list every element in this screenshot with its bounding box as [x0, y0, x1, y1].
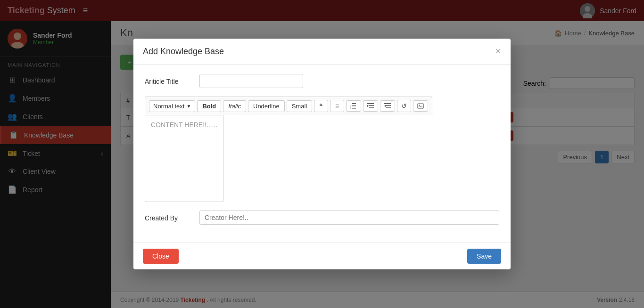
indent-icon-btn[interactable] — [363, 100, 378, 112]
unordered-list-icon-btn[interactable]: ≡ — [330, 100, 344, 112]
rte-toolbar: Normal text ▼ Bold Italic Underline Smal… — [145, 97, 432, 115]
bold-button[interactable]: Bold — [197, 100, 221, 112]
modal-header: Add Knowledge Base × — [133, 39, 511, 65]
svg-rect-1 — [352, 105, 356, 106]
ordered-list-icon-btn[interactable]: 123 — [346, 100, 361, 112]
small-button[interactable]: Small — [287, 100, 313, 112]
article-title-group: Ariticle Title — [145, 74, 499, 88]
underline-button[interactable]: Underline — [248, 100, 285, 112]
created-by-input[interactable] — [199, 211, 499, 225]
blockquote-icon-btn[interactable]: ❝ — [314, 100, 328, 112]
content-editor[interactable]: CONTENT HERE!!...... — [145, 115, 223, 202]
modal-footer: Close Save — [133, 243, 511, 269]
modal-close-button[interactable]: × — [495, 46, 501, 57]
svg-rect-2 — [352, 108, 356, 109]
svg-point-15 — [419, 105, 420, 105]
svg-rect-8 — [369, 107, 374, 108]
modal-body: Ariticle Title Normal text ▼ Bold Italic… — [133, 65, 511, 243]
article-title-input[interactable] — [199, 74, 303, 88]
close-modal-button[interactable]: Close — [143, 249, 179, 264]
svg-rect-6 — [367, 103, 374, 104]
created-by-label: Created By — [145, 211, 192, 222]
font-style-dropdown[interactable]: Normal text ▼ — [149, 100, 195, 112]
svg-marker-9 — [367, 105, 369, 107]
svg-rect-10 — [384, 103, 391, 104]
italic-button[interactable]: Italic — [223, 100, 246, 112]
svg-rect-12 — [386, 107, 391, 108]
font-style-label: Normal text — [153, 103, 184, 110]
created-by-group: Created By — [145, 211, 499, 225]
image-icon-btn[interactable] — [413, 100, 428, 112]
svg-rect-14 — [418, 104, 423, 108]
undo-icon-btn[interactable]: ↺ — [397, 100, 411, 112]
svg-text:3: 3 — [350, 107, 352, 109]
svg-rect-7 — [369, 105, 374, 106]
outdent-icon-btn[interactable] — [380, 100, 395, 112]
article-title-label: Ariticle Title — [145, 74, 192, 85]
modal-title: Add Knowledge Base — [143, 47, 224, 57]
dropdown-arrow-icon: ▼ — [186, 104, 191, 109]
svg-rect-0 — [352, 103, 356, 104]
modal-overlay: Add Knowledge Base × Ariticle Title Norm… — [0, 0, 644, 308]
content-editor-group: Normal text ▼ Bold Italic Underline Smal… — [145, 97, 499, 202]
content-placeholder: CONTENT HERE!!...... — [151, 121, 217, 129]
svg-marker-13 — [384, 105, 386, 107]
svg-rect-11 — [386, 105, 391, 106]
save-modal-button[interactable]: Save — [467, 249, 501, 264]
add-knowledge-base-modal: Add Knowledge Base × Ariticle Title Norm… — [133, 39, 511, 269]
